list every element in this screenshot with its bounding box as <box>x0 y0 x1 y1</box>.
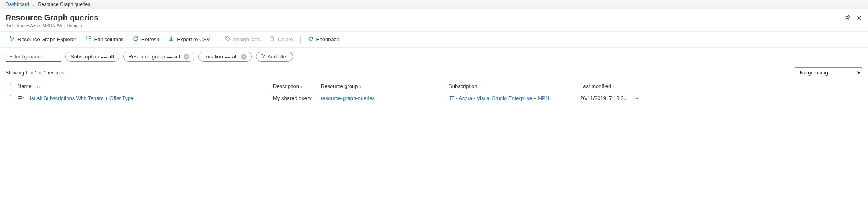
records-showing-text: Showing 1 to 1 of 1 records. <box>6 70 65 76</box>
filter-pill-subscription[interactable]: Subscription == all <box>65 52 119 62</box>
refresh-label: Refresh <box>141 36 160 42</box>
export-csv-label: Export to CSV <box>177 36 210 42</box>
select-all-checkbox[interactable] <box>6 83 11 88</box>
refresh-icon <box>132 36 139 43</box>
explorer-label: Resource Graph Explorer <box>18 36 76 42</box>
column-header-description[interactable]: Description↑↓ <box>273 83 321 89</box>
delete-label: Delete <box>278 36 293 42</box>
toolbar-divider-2 <box>300 36 301 43</box>
filter-pill-location[interactable]: Location == all ✕ <box>198 52 252 62</box>
filter-sub-value: all <box>108 54 114 60</box>
row-checkbox[interactable] <box>6 95 11 100</box>
filter-loc-label: Location == <box>204 54 231 60</box>
graph-icon <box>9 36 15 43</box>
table-row: List All Subscriptions With Tenant + Off… <box>0 92 868 104</box>
sort-icon: ↑↓ <box>301 84 303 89</box>
export-csv-button[interactable]: Export to CSV <box>165 34 213 45</box>
sort-icon: ↑↓ <box>360 84 362 89</box>
feedback-label: Feedback <box>316 36 339 42</box>
clear-rg-filter-icon[interactable]: ✕ <box>184 54 189 60</box>
heart-icon <box>308 36 314 43</box>
filter-rg-value: all <box>174 54 180 60</box>
column-header-subscription[interactable]: Subscription↑↓ <box>449 83 580 89</box>
page-header: Resource Graph queries Jack Tracey Azure… <box>0 9 868 31</box>
sort-icon: ↑↓ <box>479 84 482 89</box>
filter-sub-label: Subscription == <box>71 54 107 60</box>
filter-loc-value: all <box>232 54 238 60</box>
delete-button[interactable]: Delete <box>266 34 296 45</box>
pin-icon[interactable] <box>844 15 850 22</box>
grouping-select[interactable]: No grouping <box>795 67 862 78</box>
grid-header: Name↑↓ Description↑↓ Resource group↑↓ Su… <box>0 80 868 92</box>
column-header-last-modified[interactable]: Last modified↑↓ <box>580 83 632 89</box>
column-header-resource-group[interactable]: Resource group↑↓ <box>321 83 449 89</box>
svg-point-3 <box>226 37 227 38</box>
tag-icon <box>225 36 231 43</box>
close-icon[interactable] <box>856 15 862 22</box>
refresh-button[interactable]: Refresh <box>129 34 163 45</box>
page-subtitle: Jack Tracey Azure MSDN AAD Domain <box>6 23 98 28</box>
download-icon <box>168 36 174 43</box>
assign-tags-label: Assign tags <box>233 36 260 42</box>
breadcrumb-dashboard[interactable]: Dashboard <box>6 2 29 7</box>
edit-columns-button[interactable]: Edit columns <box>82 34 127 45</box>
columns-icon <box>85 36 91 43</box>
svg-rect-4 <box>18 96 22 97</box>
sort-icon: ↑↓ <box>613 84 615 89</box>
row-name-link[interactable]: List All Subscriptions With Tenant + Off… <box>27 95 133 101</box>
filter-bar: Subscription == all Resource group == al… <box>0 48 868 66</box>
page-title: Resource Graph queries <box>6 13 98 22</box>
column-header-name[interactable]: Name↑↓ <box>18 83 273 89</box>
feedback-button[interactable]: Feedback <box>304 34 342 45</box>
assign-tags-button[interactable]: Assign tags <box>221 34 263 45</box>
add-filter-label: Add filter <box>267 54 288 60</box>
toolbar-divider <box>217 36 217 43</box>
filter-by-name-input[interactable] <box>6 52 61 62</box>
sort-asc-icon: ↑↓ <box>36 84 41 89</box>
trash-icon <box>269 36 275 43</box>
edit-columns-label: Edit columns <box>94 36 123 42</box>
filter-rg-label: Resource group == <box>129 54 173 60</box>
svg-rect-6 <box>18 100 21 100</box>
svg-rect-5 <box>18 98 22 99</box>
filter-pill-resource-group[interactable]: Resource group == all ✕ <box>123 52 194 62</box>
records-summary-row: Showing 1 to 1 of 1 records. No grouping <box>0 66 868 80</box>
toolbar: Resource Graph Explorer Edit columns Ref… <box>0 31 868 48</box>
query-icon <box>18 95 24 102</box>
row-subscription-link[interactable]: JT - Acora - Visual Studio Enterprise – … <box>449 95 549 101</box>
breadcrumb-current: Resource Graph queries <box>38 2 90 7</box>
clear-loc-filter-icon[interactable]: ✕ <box>241 54 247 60</box>
resource-graph-explorer-button[interactable]: Resource Graph Explorer <box>6 34 79 45</box>
add-filter-icon <box>261 54 266 60</box>
breadcrumb: Dashboard › Resource Graph queries <box>0 0 868 9</box>
row-resource-group-link[interactable]: resource-graph-queries <box>321 95 375 101</box>
breadcrumb-separator: › <box>33 2 34 7</box>
row-last-modified: 26/11/2019, 7:10:2... <box>580 95 632 101</box>
add-filter-button[interactable]: Add filter <box>256 52 293 62</box>
row-context-menu[interactable]: ··· <box>632 95 640 101</box>
row-description: My shared query <box>273 95 321 101</box>
